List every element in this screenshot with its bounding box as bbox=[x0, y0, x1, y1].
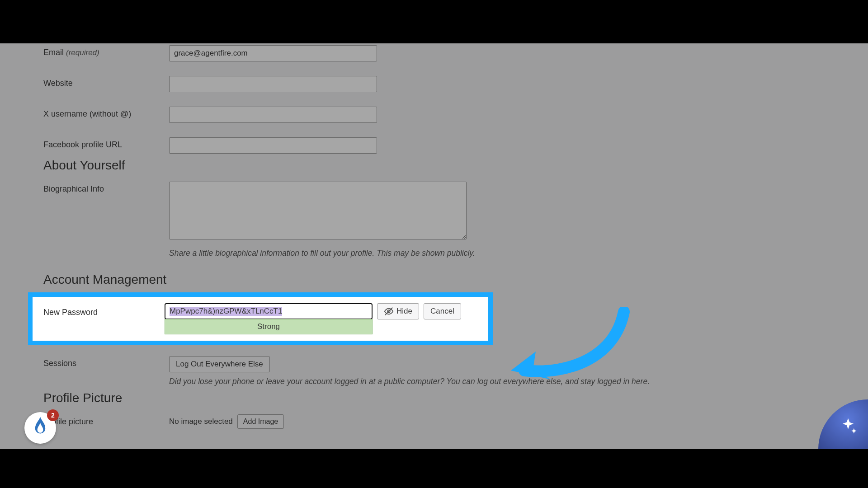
email-field[interactable] bbox=[169, 45, 377, 61]
row-x-username: X username (without @) bbox=[43, 107, 850, 123]
password-strength-meter: Strong bbox=[165, 319, 373, 334]
email-required: (required) bbox=[66, 48, 99, 57]
add-image-label: Add Image bbox=[243, 418, 278, 426]
row-bio: Biographical Info Share a little biograp… bbox=[43, 182, 850, 258]
row-facebook: Facebook profile URL bbox=[43, 137, 850, 154]
row-profile-picture: Profile picture No image selected Add Im… bbox=[43, 414, 850, 429]
sessions-hint: Did you lose your phone or leave your ac… bbox=[169, 377, 850, 386]
logout-label: Log Out Everywhere Else bbox=[176, 360, 263, 369]
sessions-label: Sessions bbox=[43, 356, 169, 368]
row-email: Email (required) bbox=[43, 45, 850, 61]
email-label: Email (required) bbox=[43, 45, 169, 57]
cancel-label: Cancel bbox=[430, 307, 454, 316]
email-label-text: Email bbox=[43, 48, 64, 57]
new-password-field[interactable] bbox=[165, 303, 373, 319]
about-heading: About Yourself bbox=[43, 158, 850, 173]
profile-settings-form: Email (required) Website X username (wit… bbox=[0, 43, 868, 449]
row-sessions: Sessions Log Out Everywhere Else Did you… bbox=[43, 356, 850, 386]
bio-textarea[interactable] bbox=[169, 182, 467, 239]
flame-icon bbox=[31, 416, 49, 440]
letterbox-bottom bbox=[0, 449, 868, 488]
assistant-launcher[interactable] bbox=[818, 399, 868, 449]
eye-off-icon bbox=[384, 306, 394, 316]
hide-password-button[interactable]: Hide bbox=[377, 303, 419, 319]
letterbox-top bbox=[0, 0, 868, 43]
notification-badge: 2 bbox=[47, 409, 59, 421]
logout-everywhere-button[interactable]: Log Out Everywhere Else bbox=[169, 356, 270, 372]
new-password-label: New Password bbox=[43, 303, 165, 317]
facebook-label: Facebook profile URL bbox=[43, 137, 169, 150]
profile-picture-label: Profile picture bbox=[43, 414, 169, 427]
add-image-button[interactable]: Add Image bbox=[237, 414, 284, 429]
bio-hint: Share a little biographical information … bbox=[169, 249, 850, 258]
x-username-field[interactable] bbox=[169, 107, 377, 123]
website-field[interactable] bbox=[169, 76, 377, 92]
agentfire-launcher[interactable]: 2 bbox=[24, 412, 56, 444]
website-label: Website bbox=[43, 76, 169, 88]
bio-label: Biographical Info bbox=[43, 182, 169, 194]
cancel-password-button[interactable]: Cancel bbox=[424, 303, 461, 319]
profile-picture-heading: Profile Picture bbox=[43, 391, 850, 405]
new-password-highlight: New Password Hide bbox=[28, 292, 493, 345]
no-image-text: No image selected bbox=[169, 417, 233, 426]
row-website: Website bbox=[43, 76, 850, 92]
account-heading: Account Management bbox=[43, 272, 850, 287]
hide-label: Hide bbox=[396, 307, 412, 316]
x-username-label: X username (without @) bbox=[43, 107, 169, 119]
facebook-field[interactable] bbox=[169, 137, 377, 154]
